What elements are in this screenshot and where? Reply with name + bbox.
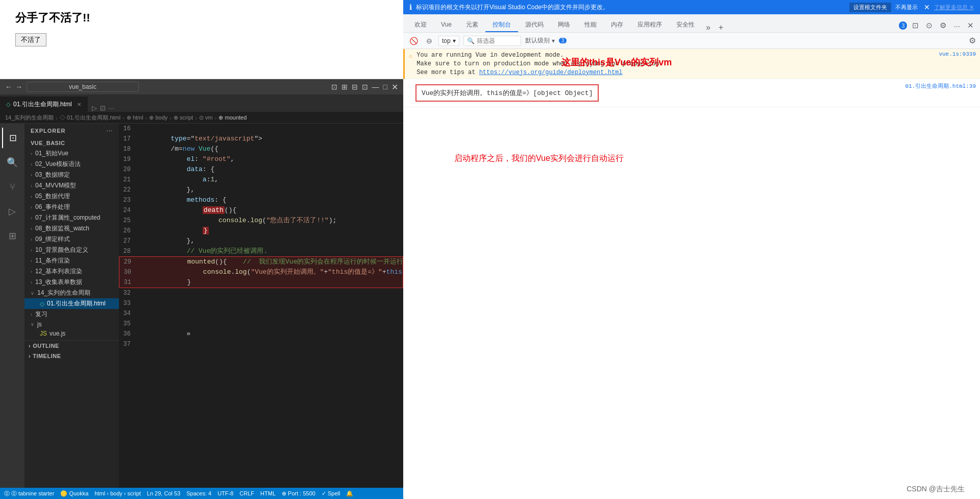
sidebar-item-js-folder[interactable]: ∨ js <box>24 320 119 329</box>
split-editor-icon[interactable]: ⊡ <box>331 83 337 91</box>
page-title: 分手了不活了!! <box>15 10 388 26</box>
notification-close-icon[interactable]: ✕ <box>924 3 930 11</box>
more-tabs-icon[interactable]: » <box>702 23 715 32</box>
sidebar-item-07[interactable]: › 07_计算属性_computed <box>24 212 119 223</box>
sidebar-bottom: › OUTLINE › TIMELINE <box>24 340 119 361</box>
dismiss-button[interactable]: 不再显示 <box>895 4 918 11</box>
sidebar-item-13[interactable]: › 13_收集表单数据 <box>24 277 119 288</box>
extensions-icon[interactable]: ⊞ <box>2 226 22 246</box>
explorer-icon[interactable]: ⊡ <box>2 128 22 148</box>
sidebar-more-icon[interactable]: ··· <box>107 128 113 134</box>
inspect-icon[interactable]: ⊙ <box>924 19 935 32</box>
setup-root-button[interactable]: 设置根文件夹 <box>849 3 891 12</box>
tab-vue[interactable]: Vue <box>434 18 459 32</box>
sidebar-item-09[interactable]: › 09_绑定样式 <box>24 234 119 245</box>
outline-label: OUTLINE <box>33 343 59 349</box>
git-icon[interactable]: ⑂ <box>2 177 22 197</box>
chevron-icon: › <box>31 248 32 253</box>
search-icon[interactable]: 🔍 <box>2 152 22 173</box>
timeline-chevron-icon: › <box>29 353 31 359</box>
split-view-icon[interactable]: ⊡ <box>100 104 106 112</box>
top-dropdown-icon[interactable]: ▾ <box>453 37 456 44</box>
console-level-selector[interactable]: 默认级别 ▾ <box>525 36 555 45</box>
debug-icon[interactable]: ▷ <box>2 201 22 222</box>
statusbar-bell[interactable]: 🔔 <box>346 490 353 497</box>
clear-console-button[interactable]: 🚫 <box>407 36 420 46</box>
sidebar-item-11[interactable]: › 11_条件渲染 <box>24 255 119 266</box>
folder-01-label: 01_初始Vue <box>35 149 68 158</box>
sidebar-item-10[interactable]: › 10_背景颜色自定义 <box>24 245 119 255</box>
statusbar-encoding[interactable]: UTF-8 <box>217 490 233 496</box>
language-label: HTML <box>260 490 276 496</box>
sidebar-item-04[interactable]: › 04_MVVM模型 <box>24 180 119 191</box>
code-line-21: 21 a:1, <box>119 175 403 185</box>
browser-preview: 分手了不活了!! 不活了 <box>0 0 403 79</box>
code-editor[interactable]: 16 17 type="text/javascript"> 18 /m=new … <box>119 124 403 488</box>
filter-input[interactable] <box>477 37 518 44</box>
statusbar-language[interactable]: HTML <box>260 490 276 496</box>
tab-welcome[interactable]: 欢迎 <box>407 18 434 32</box>
sidebar-item-01[interactable]: › 01_初始Vue <box>24 148 119 159</box>
statusbar-quokka[interactable]: 🟡 Quokka <box>60 490 88 497</box>
vscode-main: ⊡ 🔍 ⑂ ▷ ⊞ EXPLORER ··· VUE_BASIC › 01_初始… <box>0 124 403 488</box>
run-icon[interactable]: ▷ <box>92 104 97 112</box>
tab-memory[interactable]: 内存 <box>604 18 630 32</box>
more-options-icon[interactable]: ··· <box>109 104 114 112</box>
tab-network[interactable]: 网络 <box>551 18 577 32</box>
editor-layout-icon[interactable]: ⊞ <box>341 83 348 91</box>
add-tab-icon[interactable]: + <box>715 23 727 32</box>
sidebar-vuejs-file[interactable]: JS vue.js <box>24 329 119 338</box>
close-icon[interactable]: ✕ <box>391 82 398 92</box>
sidebar-item-03[interactable]: › 03_数据绑定 <box>24 170 119 180</box>
back-arrow-icon[interactable]: ← <box>5 83 12 91</box>
sidebar-item-review[interactable]: › 复习 <box>24 309 119 320</box>
csdn-watermark: CSDN @吉士先生 <box>906 485 965 494</box>
tab-performance[interactable]: 性能 <box>577 18 604 32</box>
statusbar-spaces[interactable]: Spaces: 4 <box>186 490 211 496</box>
console-settings-icon[interactable]: ⚙ <box>969 36 976 45</box>
breadcrumb-icon[interactable]: ⊟ <box>352 83 358 91</box>
log-source[interactable]: 01.引出生命周期.html:39 <box>905 82 976 90</box>
vue-deploy-link[interactable]: https://vuejs.org/guide/deployment.html <box>479 69 623 76</box>
maximize-icon[interactable]: □ <box>383 83 387 91</box>
forward-arrow-icon[interactable]: → <box>15 83 22 91</box>
tab-close-icon[interactable]: ✕ <box>77 102 81 107</box>
outline-header[interactable]: › OUTLINE <box>24 341 119 351</box>
page-button[interactable]: 不活了 <box>15 33 46 46</box>
sidebar-item-08[interactable]: › 08_数据监视_watch <box>24 223 119 234</box>
editor-tab-active[interactable]: ◇ 01.引出生命周期.html ✕ <box>0 97 88 112</box>
folder-13-label: 13_收集表单数据 <box>35 278 82 287</box>
timeline-header[interactable]: › TIMELINE <box>24 351 119 361</box>
sidebar-item-14[interactable]: ∨ 14_实列的生命周期 <box>24 288 119 298</box>
statusbar-lineending[interactable]: CRLF <box>239 490 254 496</box>
statusbar-branch[interactable]: ⓪ ⓪ tabnine starter <box>4 490 54 497</box>
tab-application[interactable]: 应用程序 <box>630 18 669 32</box>
warn-text: You are running Vue in development mode.… <box>416 51 935 77</box>
tab-sources[interactable]: 源代码 <box>518 18 551 32</box>
statusbar-port[interactable]: ⊕ Port : 5500 <box>282 490 315 497</box>
sidebar-item-02[interactable]: › 02_Vue模板语法 <box>24 159 119 170</box>
tab-elements[interactable]: 元素 <box>459 18 485 32</box>
dock-icon[interactable]: ⊡ <box>910 19 921 32</box>
filter-toggle-button[interactable]: ⊖ <box>424 36 434 46</box>
sidebar-item-06[interactable]: › 06_事件处理 <box>24 202 119 212</box>
sidebar-item-12[interactable]: › 12_基本列表渲染 <box>24 266 119 277</box>
close-devtools-icon[interactable]: ✕ <box>965 19 976 32</box>
settings-devtools-icon[interactable]: ⚙ <box>938 19 948 32</box>
warn-source[interactable]: vue.1s:9339 <box>939 51 976 57</box>
more-icon[interactable]: ⊡ <box>362 83 368 91</box>
code-line-25: 25 console.log("您点击了不活了!!"); <box>119 216 403 226</box>
chevron-expanded-icon: ∨ <box>31 322 34 327</box>
sidebar-file-01[interactable]: ◇ 01.引出生命周期.html <box>24 298 119 309</box>
statusbar-spell[interactable]: ✓ Spell <box>322 490 340 497</box>
code-line-33: 33 <box>119 298 403 308</box>
tab-console[interactable]: 控制台 <box>485 18 518 32</box>
devtools-more-icon[interactable]: ··· <box>951 19 962 32</box>
sidebar-item-05[interactable]: › 05_数据代理 <box>24 191 119 202</box>
learn-more-link[interactable]: 了解更多信息 ✕ <box>934 4 974 11</box>
statusbar-position[interactable]: Ln 29, Col 53 <box>147 490 180 496</box>
tab-security[interactable]: 安全性 <box>669 18 702 32</box>
chevron-icon: › <box>31 269 32 274</box>
minimize-icon[interactable]: — <box>372 83 379 91</box>
titlebar-search[interactable]: vue_basic <box>27 82 139 92</box>
